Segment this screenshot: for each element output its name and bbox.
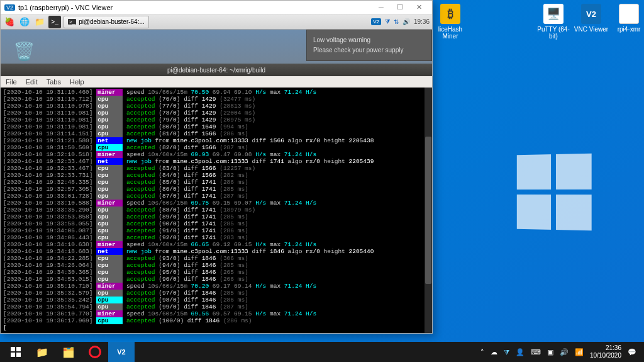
network-icon[interactable]: ⇅ [394,18,399,25]
taskbar-explorer-icon[interactable]: 📁 [29,342,55,362]
tray-language-icon[interactable]: ⌨ [531,348,541,356]
desktop-icon-putty[interactable]: 🖥️ PuTTY (64-bit) [535,4,572,40]
terminal-title-text: pi@debian-buster-64: ~/xmrig/build [167,67,265,74]
log-line: [2020-10-10 19:34:53.015] cpu accepted (… [3,276,430,283]
svg-rect-2 [11,353,15,357]
vnc-content: 🍓 🌐 📁 >_ >_ pi@debian-buster-64:... V2 ⧩… [1,14,432,333]
log-line: [2020-10-10 19:31:10.978] cpu accepted (… [3,103,430,110]
log-line: [2020-10-10 19:35:35.242] cpu accepted (… [3,297,430,303]
browser-icon[interactable]: 🌐 [18,16,31,28]
putty-icon: 🖥️ [543,4,564,24]
log-line: [2020-10-10 19:34:10.638] miner speed 10… [3,241,430,248]
svg-rect-1 [16,347,21,351]
terminal-cursor: [ [3,324,430,331]
clock-time: 21:36 [590,344,621,352]
tray-bluetooth-icon[interactable]: ⧩ [504,348,509,356]
desktop-icon-nicehash[interactable]: ₿ liceHash Miner [431,4,469,40]
taskbar-vnc-icon[interactable]: V2 [108,342,135,362]
bitcoin-icon: ₿ [440,4,460,24]
tray-wifi-icon[interactable]: 📶 [575,348,584,356]
terminal-scrollbar[interactable] [425,88,432,333]
log-line: [2020-10-10 19:34:06.443] cpu accepted (… [3,234,430,241]
log-line: [2020-10-10 19:34:30.365] cpu accepted (… [3,269,430,276]
log-line: [2020-10-10 19:35:32.579] cpu accepted (… [3,290,430,297]
terminal-window: pi@debian-buster-64: ~/xmrig/build File … [1,64,432,333]
vnc-window: V2 tp1 (raspberrypi) - VNC Viewer ─ ☐ ✕ … [0,0,433,334]
pi-clock[interactable]: 19:36 [414,18,430,25]
log-line: [2020-10-10 19:31:21.580] net new job fr… [3,137,430,144]
tray-onedrive-icon[interactable]: ☁ [491,348,497,356]
windows-logo [517,154,592,231]
terminal-small-icon: >_ [68,19,76,25]
vnc-title-text: tp1 (raspberrypi) - VNC Viewer [18,4,113,11]
log-line: [2020-10-10 19:32:48.335] cpu accepted (… [3,179,430,186]
vnc-titlebar[interactable]: V2 tp1 (raspberrypi) - VNC Viewer ─ ☐ ✕ [1,1,432,14]
maximize-button[interactable]: ☐ [391,3,409,11]
scrollbar-thumb[interactable] [425,137,431,284]
log-line: [2020-10-10 19:32:33.731] cpu accepted (… [3,172,430,179]
terminal-titlebar[interactable]: pi@debian-buster-64: ~/xmrig/build [1,64,432,76]
files-icon[interactable]: 📁 [33,16,46,28]
log-line: [2020-10-10 19:33:10.588] miner speed 10… [3,200,430,206]
terminal-body[interactable]: [2020-10-10 19:31:10.460] miner speed 10… [1,88,432,333]
log-line: [2020-10-10 19:33:35.290] cpu accepted (… [3,206,430,213]
terminal-icon[interactable]: >_ [48,16,61,28]
desktop-icon-label: VNC Viewer [572,26,610,33]
log-line: [2020-10-10 19:34:22.285] cpu accepted (… [3,255,430,262]
tray-notifications-icon[interactable]: 💬 [628,348,636,356]
vnc-icon: V2 [581,4,601,24]
menu-help[interactable]: Help [70,78,84,86]
pi-taskbar: 🍓 🌐 📁 >_ >_ pi@debian-buster-64:... V2 ⧩… [1,14,432,30]
task-button-label: pi@debian-buster-64:... [79,18,145,25]
raspberry-icon[interactable]: 🍓 [3,16,16,28]
tray-people-icon[interactable]: 👤 [516,348,525,356]
log-line: [2020-10-10 19:34:26.064] cpu accepted (… [3,262,430,269]
pi-trash-icon[interactable]: 🗑️ [13,41,37,65]
log-line: [2020-10-10 19:34:18.683] net new job fr… [3,248,430,255]
tray-chevron-up-icon[interactable]: ˄ [480,348,484,356]
tray-volume-icon[interactable]: 🔊 [560,348,569,356]
log-line: [2020-10-10 19:32:57.305] cpu accepted (… [3,186,430,193]
taskbar-folder-icon[interactable]: 🗂️ [55,342,82,362]
desktop-icon-label: PuTTY (64-bit) [535,26,572,40]
task-button-terminal[interactable]: >_ pi@debian-buster-64:... [64,16,149,28]
close-button[interactable]: ✕ [409,3,428,11]
log-line: [2020-10-10 19:32:10.518] miner speed 10… [3,151,430,158]
log-line: [2020-10-10 19:36:17.969] cpu accepted (… [3,317,430,324]
log-line: [2020-10-10 19:33:01.728] cpu accepted (… [3,193,430,200]
start-button[interactable] [3,342,29,362]
voltage-line2: Please check your power supply [313,45,425,55]
minimize-button[interactable]: ─ [372,4,391,11]
log-line: [2020-10-10 19:31:10.712] cpu accepted (… [3,96,430,103]
desktop-icon-label: rpi4-xmr [610,26,644,33]
bluetooth-icon[interactable]: ⧩ [385,18,390,26]
clock-date: 10/10/2020 [590,352,621,359]
menu-file[interactable]: File [6,78,17,86]
voltage-warning: Low voltage warning Please check your po… [306,30,432,61]
menu-tabs[interactable]: Tabs [47,78,61,86]
taskbar-opera-icon[interactable] [82,342,108,362]
log-line: [2020-10-10 19:35:54.794] cpu accepted (… [3,303,430,310]
svg-rect-3 [16,353,21,357]
log-line: [2020-10-10 19:31:10.460] miner speed 10… [3,89,430,96]
log-line: [2020-10-10 19:33:53.858] cpu accepted (… [3,213,430,220]
volume-icon[interactable]: 🔊 [402,18,410,25]
desktop-icon-label: liceHash Miner [431,26,469,40]
log-line: [2020-10-10 19:34:06.087] cpu accepted (… [3,227,430,234]
log-line: [2020-10-10 19:33:58.055] cpu accepted (… [3,220,430,227]
file-icon [619,4,639,24]
desktop-icon-vncviewer[interactable]: V2 VNC Viewer [572,4,610,33]
log-line: [2020-10-10 19:35:10.710] miner speed 10… [3,283,430,290]
log-line: [2020-10-10 19:31:14.151] cpu accepted (… [3,130,430,137]
desktop-icon-rpi4xmr[interactable]: rpi4-xmr [610,4,644,33]
voltage-line1: Low voltage warning [313,35,425,45]
log-line: [2020-10-10 19:31:10.981] cpu accepted (… [3,110,430,116]
vnc-tray-icon[interactable]: V2 [371,18,381,25]
tray-app-icon[interactable]: ▣ [547,348,553,356]
log-line: [2020-10-10 19:31:50.569] cpu accepted (… [3,144,430,151]
menu-edit[interactable]: Edit [26,78,38,86]
log-line: [2020-10-10 19:31:10.981] cpu accepted (… [3,116,430,123]
terminal-menubar: File Edit Tabs Help [1,76,432,88]
taskbar-clock[interactable]: 21:36 10/10/2020 [590,344,621,359]
log-line: [2020-10-10 19:31:10.981] cpu accepted (… [3,123,430,130]
